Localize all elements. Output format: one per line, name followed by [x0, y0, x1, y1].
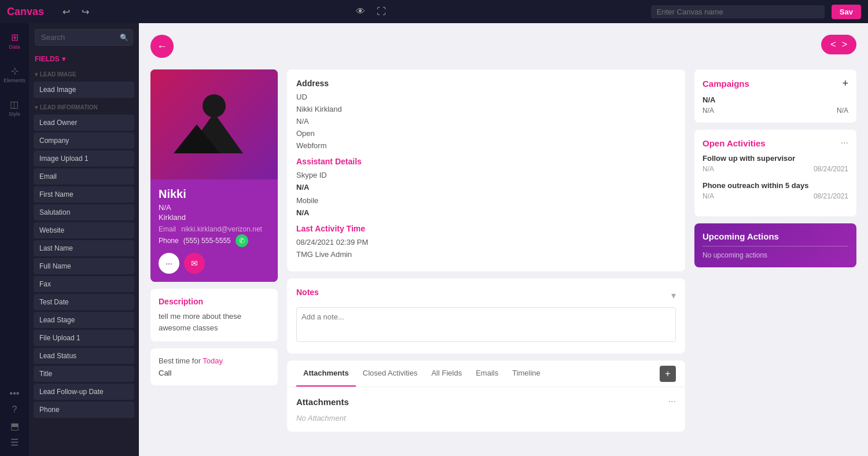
- search-box: 🔍: [29, 23, 139, 52]
- tab-content-attachments: Attachments ··· No Attachment: [287, 387, 685, 432]
- field-lead-owner[interactable]: Lead Owner: [34, 115, 134, 131]
- tab-timeline[interactable]: Timeline: [505, 361, 547, 387]
- search-icon: 🔍: [120, 34, 128, 42]
- upcoming-actions-text: No upcoming actions: [703, 251, 848, 259]
- sidebar-item-elements[interactable]: ⊹ Elements: [1, 62, 28, 86]
- notes-input[interactable]: [296, 307, 676, 342]
- tab-attachments[interactable]: Attachments: [296, 361, 356, 387]
- profile-hero-card: Nikki N/A Kirkland Email nikki.kirkland@…: [150, 69, 278, 282]
- collapse-icon-2: ▾: [35, 104, 38, 111]
- email-action-button[interactable]: ✉: [184, 253, 205, 274]
- sidebar-item-menu[interactable]: ☰: [6, 434, 23, 450]
- sidebar-item-style[interactable]: ◫ Style: [6, 96, 23, 119]
- profile-location: Kirkland: [159, 213, 270, 222]
- sidebar-item-upload[interactable]: ⬒: [6, 418, 23, 434]
- upcoming-divider: [703, 246, 848, 247]
- field-last-name[interactable]: Last Name: [34, 240, 134, 256]
- field-website[interactable]: Website: [34, 222, 134, 238]
- field-title[interactable]: Title: [34, 366, 134, 382]
- address-line5: Webform: [296, 141, 676, 150]
- phone-label: Phone: [159, 237, 179, 245]
- fields-header: FIELDS ▾: [29, 52, 139, 67]
- assistant-title: Assistant Details: [296, 157, 676, 166]
- notes-dropdown-icon[interactable]: ▾: [671, 290, 676, 301]
- field-file-upload[interactable]: File Upload 1: [34, 330, 134, 346]
- address-line3: N/A: [296, 117, 676, 126]
- skype-label: Skype ID: [296, 171, 676, 179]
- activity-1-meta: N/A 08/24/2021: [703, 165, 848, 173]
- next-button[interactable]: >: [842, 39, 847, 50]
- profile-column: Nikki N/A Kirkland Email nikki.kirkland@…: [150, 69, 278, 444]
- open-activities-more-button[interactable]: ···: [841, 138, 848, 148]
- menu-icon: ☰: [9, 436, 20, 448]
- address-title: Address: [296, 79, 676, 88]
- field-phone[interactable]: Phone: [34, 402, 134, 418]
- address-line2: Nikki Kirkland: [296, 105, 676, 113]
- field-test-date[interactable]: Test Date: [34, 294, 134, 310]
- upcoming-actions-card: Upcoming Actions No upcoming actions: [694, 223, 856, 267]
- activity-item-1: Follow up with supervisor N/A 08/24/2021: [703, 154, 848, 173]
- whatsapp-icon: ✆: [236, 234, 248, 247]
- description-title: Description: [159, 297, 270, 306]
- field-full-name[interactable]: Full Name: [34, 258, 134, 274]
- nav-arrows: < >: [821, 35, 856, 54]
- profile-email-row: Email nikki.kirkland@verizon.net: [159, 225, 270, 233]
- activity-2-meta-left: N/A: [703, 192, 714, 200]
- main-content: ← < > Nikki: [139, 23, 868, 456]
- field-first-name[interactable]: First Name: [34, 186, 134, 203]
- redo-button[interactable]: ↪: [79, 4, 91, 20]
- fullscreen-button[interactable]: ⛶: [374, 4, 388, 19]
- tab-add-button[interactable]: +: [660, 366, 676, 382]
- open-activities-title: Open Activities: [703, 138, 766, 148]
- address-line4: Open: [296, 129, 676, 138]
- sidebar-icon-rail: ⊞ Data ⊹ Elements ◫ Style ••• ? ⬒ ☰: [0, 23, 29, 456]
- best-time-label: Best time for Today: [159, 356, 270, 365]
- address-line1: UD: [296, 93, 676, 101]
- activity-2-title: Phone outreach within 5 days: [703, 181, 848, 190]
- notes-card: Notes ▾: [287, 278, 685, 354]
- tab-all-fields[interactable]: All Fields: [424, 361, 469, 387]
- sidebar-item-more[interactable]: •••: [6, 385, 23, 402]
- campaigns-title: Campaigns: [703, 79, 749, 89]
- tabs-card: Attachments Closed Activities All Fields…: [287, 361, 685, 432]
- more-actions-button[interactable]: ···: [159, 253, 179, 274]
- field-lead-image[interactable]: Lead Image: [34, 82, 134, 98]
- description-text: tell me more about these awesome classes: [159, 311, 270, 333]
- field-image-upload[interactable]: Image Upload 1: [34, 150, 134, 167]
- search-input[interactable]: [35, 29, 133, 46]
- field-fax[interactable]: Fax: [34, 276, 134, 292]
- profile-na: N/A: [159, 203, 270, 212]
- field-email[interactable]: Email: [34, 168, 134, 185]
- attachments-title: Attachments: [296, 397, 349, 407]
- field-salutation[interactable]: Salutation: [34, 204, 134, 220]
- tab-closed-activities[interactable]: Closed Activities: [356, 361, 425, 387]
- save-button[interactable]: Sav: [832, 5, 861, 19]
- more-icon: •••: [9, 388, 20, 399]
- field-company[interactable]: Company: [34, 133, 134, 149]
- sidebar-item-data[interactable]: ⊞ Data: [6, 29, 23, 52]
- field-follow-up-date[interactable]: Lead Follow-up Date: [34, 384, 134, 400]
- back-button[interactable]: ←: [150, 35, 174, 58]
- profile-phone: (555) 555-5555: [183, 237, 231, 245]
- description-card: Description tell me more about these awe…: [150, 289, 278, 341]
- preview-button[interactable]: 👁: [354, 4, 367, 19]
- last-activity-user: TMG Live Admin: [296, 250, 676, 259]
- prev-button[interactable]: <: [830, 39, 836, 50]
- undo-button[interactable]: ↩: [60, 4, 72, 20]
- canvas-name-input[interactable]: [651, 5, 825, 19]
- mobile-value: N/A: [296, 208, 676, 217]
- chevron-down-icon: ▾: [62, 55, 65, 63]
- open-activities-card: Open Activities ··· Follow up with super…: [694, 130, 856, 216]
- attachments-more-button[interactable]: ···: [668, 396, 676, 407]
- data-icon: ⊞: [9, 31, 20, 43]
- tab-emails[interactable]: Emails: [469, 361, 505, 387]
- activity-item-2: Phone outreach within 5 days N/A 08/21/2…: [703, 181, 848, 200]
- last-activity-datetime: 08/24/2021 02:39 PM: [296, 238, 676, 247]
- field-lead-status[interactable]: Lead Status: [34, 348, 134, 364]
- sidebar-item-help[interactable]: ?: [6, 402, 23, 418]
- field-lead-stage[interactable]: Lead Stage: [34, 312, 134, 328]
- today-link[interactable]: Today: [203, 356, 223, 365]
- campaigns-add-button[interactable]: +: [842, 78, 848, 90]
- best-time-card: Best time for Today Call: [150, 348, 278, 385]
- style-icon: ◫: [9, 98, 20, 110]
